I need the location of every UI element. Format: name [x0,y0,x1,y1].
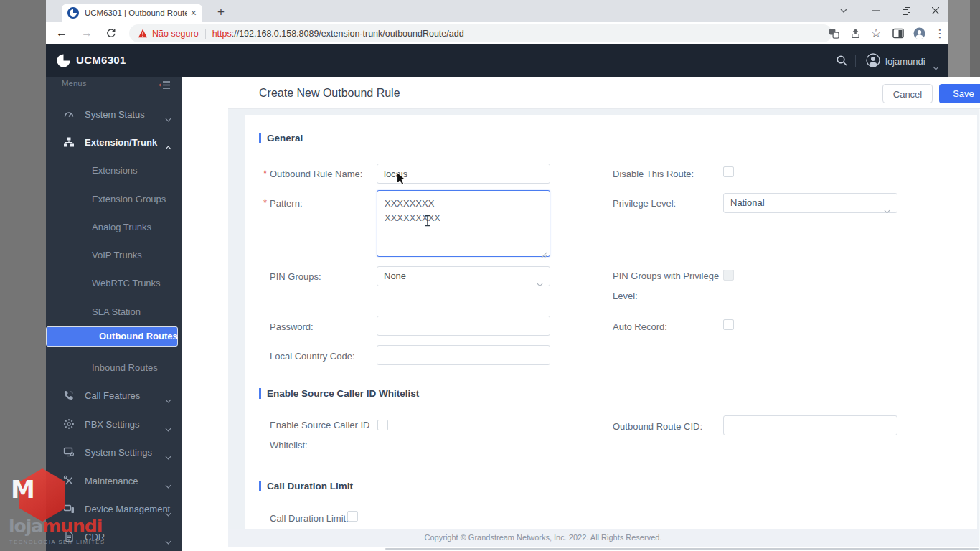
password-label: Password: [270,321,377,333]
sidebar: Menus System Status Extension/Trunk Exte… [46,77,182,551]
pattern-textarea[interactable]: XXXXXXXX XXXXXXXXX [377,190,550,257]
search-icon[interactable] [836,55,848,70]
pin-groups-label: PIN Groups: [270,270,377,283]
page-titlebar: Create New Outbound Rule Cancel Save [228,77,980,109]
privilege-level-select[interactable]: National [723,193,897,213]
disable-route-label: Disable This Route: [613,168,720,180]
app-header: UCM6301 [46,44,948,77]
new-tab-button[interactable]: + [212,4,230,21]
bookmark-star-icon[interactable]: ☆ [867,24,885,42]
sidebar-item-system-settings[interactable]: System Settings [46,439,182,465]
outbound-route-cid-input[interactable] [723,415,897,435]
grandstream-logo-icon [56,53,71,71]
monitor-gear-icon [63,446,75,458]
window-minimize-button[interactable] [866,3,886,19]
section-header-whitelist: Enable Source Caller ID Whitelist [259,388,419,399]
auto-record-checkbox[interactable] [723,319,734,330]
pin-groups-select[interactable]: None [377,266,550,286]
horizontal-scrollbar[interactable] [228,547,979,551]
sidebar-item-device-management[interactable]: Device Management [46,496,182,522]
browser-tab[interactable]: UCM6301 | Outbound Routes × [62,4,202,22]
sidebar-item-extension-groups[interactable]: Extension Groups [46,186,182,212]
gear-icon [63,418,75,430]
tab-close-icon[interactable]: × [191,8,197,18]
main-content: Create New Outbound Rule Cancel Save Gen… [228,77,980,551]
select-chevron-icon [537,275,543,293]
user-menu-chevron-icon[interactable] [933,60,939,73]
wrench-icon [63,475,75,486]
header-divider [855,55,856,67]
document-icon [63,531,75,542]
back-button[interactable]: ← [52,24,71,42]
sidebar-item-analog-trunks[interactable]: Analog Trunks [46,214,182,240]
sitemap-icon [63,136,75,148]
enable-whitelist-label: Enable Source Caller ID Whitelist: [270,415,374,456]
url-text: ://192.168.0.158:8089/extension-trunk/ou… [232,29,464,39]
sidebar-item-pbx-settings[interactable]: PBX Settings [46,411,182,437]
password-input[interactable] [377,316,550,336]
screen-margin-left [0,0,46,551]
sidebar-item-system-status[interactable]: System Status [46,101,182,127]
profile-avatar-icon[interactable] [910,24,928,42]
privilege-level-label: Privilege Level: [613,197,720,209]
sidebar-item-outbound-routes[interactable]: Outbound Routes [46,326,178,347]
outbound-route-cid-label: Outbound Route CID: [613,420,720,433]
site-favicon [67,7,79,19]
sidebar-item-webrtc-trunks[interactable]: WebRTC Trunks [46,270,182,296]
browser-window: UCM6301 | Outbound Routes × + ← → Não se… [46,0,948,551]
form-scroll-area: General * Outbound Rule Name: Disable Th… [228,109,980,551]
resize-handle-icon[interactable] [541,248,547,261]
window-restore-button[interactable] [896,3,916,19]
copyright-text: Copyright © Grandstream Networks, Inc. 2… [425,533,662,542]
sidebar-item-extensions[interactable]: Extensions [46,157,182,183]
sidebar-item-maintenance[interactable]: Maintenance [46,468,182,494]
call-duration-limit-checkbox[interactable] [347,511,358,522]
reload-button[interactable] [101,24,120,42]
outbound-rule-name-input[interactable] [377,164,550,184]
sidebar-item-extension-trunk[interactable]: Extension/Trunk [46,129,182,155]
cancel-button[interactable]: Cancel [882,84,933,103]
chevron-down-icon [165,534,171,547]
call-duration-limit-label: Call Duration Limit: [270,512,377,524]
chevron-down-icon [165,450,171,463]
sidebar-item-inbound-routes[interactable]: Inbound Routes [46,354,182,380]
sidebar-item-cdr[interactable]: CDR [46,524,182,550]
share-icon[interactable] [846,24,864,42]
url-scheme: https [212,29,232,39]
sidebar-item-sla-station[interactable]: SLA Station [46,298,182,324]
username-label[interactable]: lojamundi [885,56,925,67]
horizontal-scrollbar-thumb[interactable] [385,548,979,550]
save-button[interactable]: Save [939,84,980,103]
form-panel: General * Outbound Rule Name: Disable Th… [245,115,977,529]
page-footer: Copyright © Grandstream Networks, Inc. 2… [228,529,979,547]
local-country-code-input[interactable] [377,345,550,365]
browser-menu-icon[interactable]: ⋮ [930,24,949,42]
warning-icon [138,29,148,38]
pin-groups-privilege-checkbox[interactable] [723,270,734,281]
menus-label: Menus [62,79,87,88]
required-marker: * [263,197,267,208]
local-country-code-label: Local Country Code: [270,350,377,362]
split-view-icon[interactable] [889,24,908,42]
collapse-menu-icon[interactable] [158,80,171,93]
phone-icon [63,390,75,401]
translate-icon[interactable] [824,24,843,42]
user-avatar-icon[interactable] [866,53,880,70]
chevron-down-icon [165,112,171,125]
address-divider [205,29,206,39]
disable-route-checkbox[interactable] [723,166,734,177]
sidebar-item-voip-trunks[interactable]: VoIP Trunks [46,242,182,268]
section-header-general: General [259,133,303,143]
address-bar[interactable]: Não seguro https ://192.168.0.158:8089/e… [129,24,832,42]
tab-title: UCM6301 | Outbound Routes [85,9,187,17]
page-title: Create New Outbound Rule [259,87,400,100]
sidebar-item-call-features[interactable]: Call Features [46,382,182,408]
required-marker: * [263,168,267,179]
security-warning-label[interactable]: Não seguro [152,29,199,39]
tab-search-icon[interactable] [834,3,854,19]
chevron-down-icon [165,507,171,519]
forward-button[interactable]: → [77,24,96,42]
enable-whitelist-checkbox[interactable] [377,420,388,430]
section-header-duration: Call Duration Limit [259,481,353,491]
window-close-button[interactable] [925,3,946,19]
